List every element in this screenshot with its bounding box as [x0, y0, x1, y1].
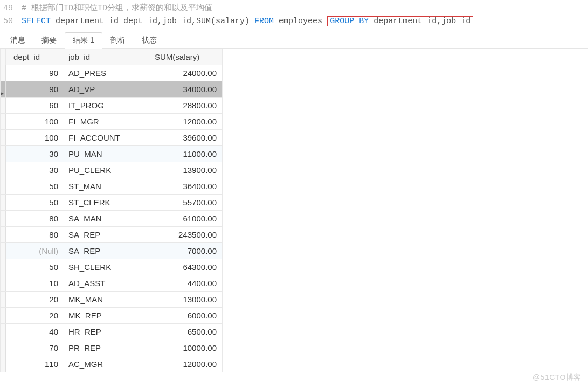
cell-dept[interactable]: 10 — [6, 275, 64, 292]
row-gutter[interactable] — [1, 356, 6, 372]
row-gutter[interactable] — [1, 65, 6, 81]
row-gutter[interactable] — [1, 178, 6, 195]
col-header-dept[interactable]: dept_id — [6, 49, 64, 65]
cell-sum[interactable]: 12000.00 — [150, 356, 223, 372]
cell-dept[interactable]: 40 — [6, 324, 64, 340]
cell-job[interactable]: ST_CLERK — [64, 195, 150, 211]
tab-摘要[interactable]: 摘要 — [33, 32, 65, 48]
row-gutter[interactable] — [1, 114, 6, 130]
table-row[interactable]: 90AD_PRES24000.00 — [1, 65, 223, 81]
cell-job[interactable]: MK_MAN — [64, 292, 150, 308]
cell-dept[interactable]: 50 — [6, 195, 64, 211]
cell-sum[interactable]: 36400.00 — [150, 178, 223, 195]
table-row[interactable]: 50ST_MAN36400.00 — [1, 178, 223, 195]
cell-sum[interactable]: 243500.00 — [150, 227, 223, 243]
row-gutter[interactable] — [1, 340, 6, 356]
col-header-job[interactable]: job_id — [64, 49, 150, 65]
cell-sum[interactable]: 10000.00 — [150, 340, 223, 356]
row-gutter[interactable] — [1, 130, 6, 146]
table-row[interactable]: 10AD_ASST4400.00 — [1, 275, 223, 292]
table-row[interactable]: 70PR_REP10000.00 — [1, 340, 223, 356]
cell-dept[interactable]: 100 — [6, 114, 64, 130]
cell-job[interactable]: MK_REP — [64, 308, 150, 324]
table-row[interactable]: 80SA_MAN61000.00 — [1, 211, 223, 227]
row-gutter[interactable] — [1, 195, 6, 211]
cell-sum[interactable]: 64300.00 — [150, 259, 223, 275]
cell-dept[interactable]: 90 — [6, 65, 64, 81]
tab-状态[interactable]: 状态 — [134, 32, 165, 48]
cell-sum[interactable]: 6500.00 — [150, 324, 223, 340]
row-gutter[interactable] — [1, 308, 6, 324]
table-row[interactable]: 100FI_MGR12000.00 — [1, 114, 223, 130]
cell-job[interactable]: FI_ACCOUNT — [64, 130, 150, 146]
row-gutter[interactable] — [1, 324, 6, 340]
table-row[interactable]: 100FI_ACCOUNT39600.00 — [1, 130, 223, 146]
row-gutter[interactable] — [1, 98, 6, 114]
cell-dept[interactable]: 90 — [6, 81, 64, 98]
cell-job[interactable]: SA_REP — [64, 227, 150, 243]
table-row[interactable]: 40HR_REP6500.00 — [1, 324, 223, 340]
cell-job[interactable]: SH_CLERK — [64, 259, 150, 275]
cell-job[interactable]: PU_MAN — [64, 146, 150, 162]
cell-job[interactable]: AD_VP — [64, 81, 150, 98]
tab-结果 1[interactable]: 结果 1 — [65, 32, 102, 48]
row-gutter[interactable] — [1, 292, 6, 308]
cell-job[interactable]: SA_REP — [64, 243, 150, 259]
row-gutter[interactable] — [1, 259, 6, 275]
cell-sum[interactable]: 4400.00 — [150, 275, 223, 292]
cell-dept[interactable]: 60 — [6, 98, 64, 114]
table-row[interactable]: 50SH_CLERK64300.00 — [1, 259, 223, 275]
cell-job[interactable]: SA_MAN — [64, 211, 150, 227]
row-gutter[interactable] — [1, 243, 6, 259]
table-row[interactable]: 30PU_CLERK13900.00 — [1, 162, 223, 178]
cell-dept[interactable]: 20 — [6, 292, 64, 308]
cell-sum[interactable]: 28800.00 — [150, 98, 223, 114]
cell-job[interactable]: HR_REP — [64, 324, 150, 340]
cell-job[interactable]: AD_ASST — [64, 275, 150, 292]
cell-job[interactable]: AC_MGR — [64, 356, 150, 372]
cell-job[interactable]: PR_REP — [64, 340, 150, 356]
cell-sum[interactable]: 11000.00 — [150, 146, 223, 162]
row-gutter[interactable] — [1, 211, 6, 227]
sql-editor[interactable]: 49# 根据部门ID和职位ID分组，求薪资的和以及平均值50SELECT dep… — [0, 0, 588, 32]
cell-job[interactable]: PU_CLERK — [64, 162, 150, 178]
cell-dept[interactable]: 50 — [6, 178, 64, 195]
cell-job[interactable]: FI_MGR — [64, 114, 150, 130]
table-row[interactable]: 60IT_PROG28800.00 — [1, 98, 223, 114]
cell-sum[interactable]: 55700.00 — [150, 195, 223, 211]
cell-dept[interactable]: 20 — [6, 308, 64, 324]
cell-sum[interactable]: 34000.00 — [150, 81, 223, 98]
cell-sum[interactable]: 13900.00 — [150, 162, 223, 178]
cell-job[interactable]: ST_MAN — [64, 178, 150, 195]
cell-sum[interactable]: 39600.00 — [150, 130, 223, 146]
table-row[interactable]: 20MK_MAN13000.00 — [1, 292, 223, 308]
row-gutter[interactable]: ▸ — [1, 81, 6, 98]
table-row[interactable]: (Null)SA_REP7000.00 — [1, 243, 223, 259]
cell-job[interactable]: AD_PRES — [64, 65, 150, 81]
cell-dept[interactable]: 70 — [6, 340, 64, 356]
cell-dept[interactable]: 100 — [6, 130, 64, 146]
table-row[interactable]: 20MK_REP6000.00 — [1, 308, 223, 324]
cell-dept[interactable]: 30 — [6, 162, 64, 178]
cell-dept[interactable]: 30 — [6, 146, 64, 162]
cell-dept[interactable]: 80 — [6, 227, 64, 243]
cell-dept[interactable]: (Null) — [6, 243, 64, 259]
table-row[interactable]: 30PU_MAN11000.00 — [1, 146, 223, 162]
row-gutter[interactable] — [1, 146, 6, 162]
table-row[interactable]: 50ST_CLERK55700.00 — [1, 195, 223, 211]
cell-sum[interactable]: 61000.00 — [150, 211, 223, 227]
cell-sum[interactable]: 24000.00 — [150, 65, 223, 81]
code-line[interactable]: 49# 根据部门ID和职位ID分组，求薪资的和以及平均值 — [0, 2, 588, 15]
cell-dept[interactable]: 50 — [6, 259, 64, 275]
cell-dept[interactable]: 80 — [6, 211, 64, 227]
results-grid[interactable]: dept_id job_id SUM(salary) 90AD_PRES2400… — [0, 48, 223, 372]
tab-消息[interactable]: 消息 — [2, 32, 33, 48]
cell-sum[interactable]: 7000.00 — [150, 243, 223, 259]
table-row[interactable]: 110AC_MGR12000.00 — [1, 356, 223, 372]
row-gutter[interactable] — [1, 227, 6, 243]
code-line[interactable]: 50SELECT department_id dept_id,job_id,SU… — [0, 15, 588, 28]
row-gutter[interactable] — [1, 275, 6, 292]
table-row[interactable]: ▸90AD_VP34000.00 — [1, 81, 223, 98]
row-gutter[interactable] — [1, 162, 6, 178]
cell-sum[interactable]: 12000.00 — [150, 114, 223, 130]
